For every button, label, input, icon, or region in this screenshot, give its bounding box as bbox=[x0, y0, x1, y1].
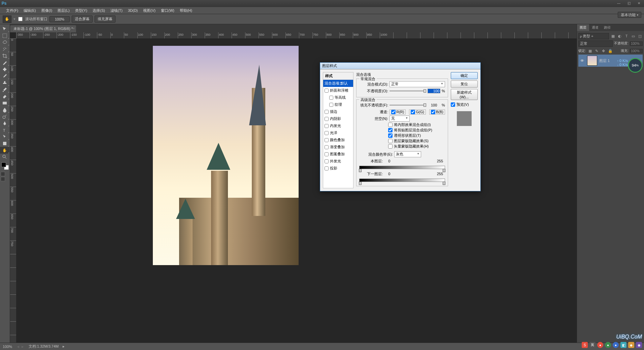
lock-move-icon[interactable]: ✥ bbox=[601, 48, 606, 54]
visibility-icon[interactable]: 👁 bbox=[579, 59, 585, 63]
menu-3d[interactable]: 3D(D) bbox=[125, 8, 140, 12]
marquee-tool[interactable] bbox=[0, 32, 9, 39]
heal-tool[interactable] bbox=[0, 66, 9, 73]
lock-all-icon[interactable]: 🔒 bbox=[608, 48, 613, 54]
layer-name[interactable]: 图层 1 bbox=[599, 58, 610, 63]
fill-value[interactable]: 100% bbox=[630, 49, 643, 53]
quickmask-toggle[interactable] bbox=[1, 172, 5, 176]
adv-check[interactable]: 将剪贴图层混合成组(P) bbox=[388, 127, 445, 133]
window-close[interactable]: ✕ bbox=[634, 0, 644, 6]
document-tab[interactable]: 未标题-1 @ 100% (图层 1, RGB/8) * × bbox=[10, 25, 76, 32]
tray-icon-4[interactable]: ◧ bbox=[620, 342, 626, 348]
tray-icon-6[interactable]: ◉ bbox=[636, 342, 642, 348]
menu-image[interactable]: 图像(I) bbox=[39, 8, 55, 13]
preview-checkbox[interactable]: 预览(V) bbox=[451, 102, 478, 107]
tray-icon-5[interactable]: ◆ bbox=[628, 342, 634, 348]
adv-check[interactable]: 透明形状图层(T) bbox=[388, 133, 445, 138]
style-item[interactable]: 外发光 bbox=[323, 158, 353, 165]
color-swatches[interactable] bbox=[1, 162, 9, 170]
adv-check[interactable]: 图层蒙版隐藏效果(S) bbox=[388, 138, 445, 144]
channel-b[interactable]: B(B) bbox=[429, 109, 445, 115]
shape-tool[interactable] bbox=[0, 140, 9, 147]
tray-icon-3[interactable]: ● bbox=[613, 342, 619, 348]
eyedropper-tool[interactable] bbox=[0, 59, 9, 66]
dialog-title[interactable]: 图层样式 bbox=[320, 63, 480, 69]
ok-button[interactable]: 确定 bbox=[451, 72, 478, 79]
opacity-value[interactable]: 100% bbox=[630, 41, 643, 46]
hand-tool-icon[interactable]: ✋ bbox=[3, 15, 11, 23]
menu-type[interactable]: 类型(Y) bbox=[72, 8, 90, 13]
ime-icon[interactable]: S bbox=[582, 342, 588, 348]
ruler-horizontal[interactable]: -350-300-250-200-150-100-500501001502002… bbox=[16, 32, 577, 38]
crop-tool[interactable] bbox=[0, 53, 9, 59]
style-item[interactable]: 纹理 bbox=[323, 101, 353, 108]
cancel-button[interactable]: 复位 bbox=[451, 81, 478, 88]
path-select-tool[interactable] bbox=[0, 133, 9, 140]
tray-icon-1[interactable]: ● bbox=[597, 342, 603, 348]
blend-mode-dropdown[interactable]: 正常 bbox=[389, 81, 445, 87]
ruler-vertical[interactable]: 0501001502002503003504004505005506006507… bbox=[10, 38, 16, 343]
status-zoom[interactable]: 100% bbox=[3, 345, 12, 349]
style-item[interactable]: 混合选项:默认 bbox=[323, 80, 353, 87]
channel-r[interactable]: R(R) bbox=[389, 109, 406, 115]
menu-window[interactable]: 窗口(W) bbox=[158, 8, 177, 13]
stamp-tool[interactable] bbox=[0, 79, 9, 86]
screenmode-toggle[interactable] bbox=[1, 177, 5, 181]
tab-layers[interactable]: 图层 bbox=[577, 24, 589, 31]
canvas[interactable] bbox=[153, 46, 299, 265]
dodge-tool[interactable] bbox=[0, 113, 9, 120]
menu-edit[interactable]: 编辑(E) bbox=[21, 8, 39, 13]
scroll-all-checkbox[interactable] bbox=[18, 17, 23, 21]
menu-view[interactable]: 视图(V) bbox=[140, 8, 158, 13]
new-style-button[interactable]: 新建样式(W)... bbox=[451, 89, 478, 100]
history-brush-tool[interactable] bbox=[0, 86, 9, 93]
style-item[interactable]: 渐变叠加 bbox=[323, 144, 353, 151]
this-layer-gradient[interactable] bbox=[359, 166, 445, 169]
fit-screen-button[interactable]: 适合屏幕 bbox=[72, 15, 93, 23]
fill-opacity-value[interactable]: 100 bbox=[428, 103, 440, 107]
filter-adjust-icon[interactable]: ◐ bbox=[617, 33, 622, 39]
tray-icon-2[interactable]: ● bbox=[605, 342, 611, 348]
filter-smart-icon[interactable]: ◫ bbox=[637, 33, 643, 39]
menu-layer[interactable]: 图层(L) bbox=[55, 8, 72, 13]
workspace-picker[interactable]: 基本功能 ▾ bbox=[618, 12, 641, 18]
brush-tool[interactable] bbox=[0, 73, 9, 79]
layer-thumbnail[interactable] bbox=[587, 56, 597, 66]
opacity-input[interactable] bbox=[428, 89, 440, 93]
menu-select[interactable]: 选择(S) bbox=[90, 8, 108, 13]
style-item[interactable]: 等高线 bbox=[323, 94, 353, 101]
window-minimize[interactable]: — bbox=[614, 0, 624, 6]
channel-g[interactable]: G(G) bbox=[409, 109, 426, 115]
style-item[interactable]: 描边 bbox=[323, 108, 353, 115]
style-item[interactable]: 光泽 bbox=[323, 129, 353, 136]
eraser-tool[interactable] bbox=[0, 93, 9, 100]
tab-channels[interactable]: 通道 bbox=[589, 24, 601, 31]
tab-paths[interactable]: 路径 bbox=[601, 24, 613, 31]
filter-type-icon[interactable]: T bbox=[624, 33, 629, 39]
ime-lang[interactable]: 英 bbox=[589, 342, 596, 348]
menu-help[interactable]: 帮助(H) bbox=[177, 8, 195, 13]
lock-position-icon[interactable]: ✎ bbox=[594, 48, 600, 54]
type-tool[interactable]: T bbox=[0, 127, 9, 133]
menu-filter[interactable]: 滤镜(T) bbox=[108, 8, 125, 13]
status-docinfo[interactable]: 文档:1.32M/3.74M bbox=[29, 344, 59, 349]
wand-tool[interactable] bbox=[0, 46, 9, 53]
blend-mode-select[interactable]: 正常 bbox=[578, 40, 613, 47]
style-item[interactable]: 颜色叠加 bbox=[323, 136, 353, 144]
style-item[interactable]: 内阴影 bbox=[323, 115, 353, 122]
filter-image-icon[interactable]: ▦ bbox=[610, 33, 616, 39]
style-item[interactable]: 图案叠加 bbox=[323, 151, 353, 158]
fill-screen-button[interactable]: 填充屏幕 bbox=[95, 15, 115, 23]
zoom-100-button[interactable]: 100% bbox=[49, 16, 70, 22]
layer-filter-kind[interactable]: ρ 类型 ÷ bbox=[578, 33, 609, 39]
adv-check[interactable]: 矢量蒙版隐藏效果(H) bbox=[388, 144, 445, 149]
style-item[interactable]: 斜面和浮雕 bbox=[323, 87, 353, 94]
window-maximize[interactable]: ◱ bbox=[624, 0, 634, 6]
gradient-tool[interactable] bbox=[0, 100, 9, 106]
blendif-dropdown[interactable]: 灰色 bbox=[394, 151, 421, 157]
adv-check[interactable]: 将内部效果混合成组(I) bbox=[388, 122, 445, 127]
move-tool[interactable] bbox=[0, 26, 9, 32]
style-item[interactable]: 内发光 bbox=[323, 122, 353, 129]
zoom-tool[interactable] bbox=[0, 154, 9, 160]
style-item[interactable]: 投影 bbox=[323, 165, 353, 172]
